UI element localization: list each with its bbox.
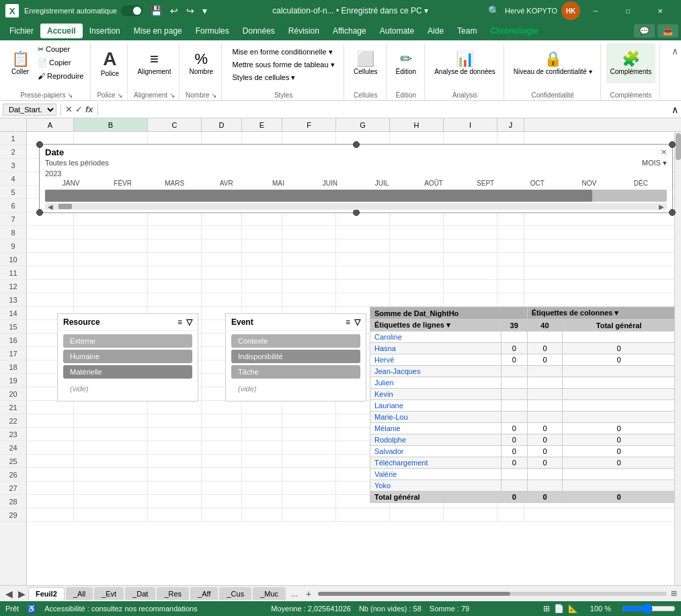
tab-cus[interactable]: _Cus <box>219 587 251 600</box>
grid-cell[interactable] <box>148 482 202 494</box>
resource-filter-funnel-icon[interactable]: ▽ <box>186 317 192 327</box>
grid-cell[interactable] <box>282 132 336 145</box>
grid-cell[interactable] <box>282 293 336 306</box>
menu-chronologie[interactable]: Chronologie <box>483 24 545 38</box>
grid-cell[interactable] <box>242 213 282 225</box>
grid-cell[interactable] <box>74 226 148 239</box>
grid-cell[interactable] <box>27 253 74 266</box>
resource-filter[interactable]: Resource ≡ ▽ Externe Humaine Matérielle … <box>57 313 198 401</box>
quick-access-more[interactable]: ▾ <box>200 4 210 17</box>
grid-cell[interactable] <box>202 428 242 440</box>
grid-cell[interactable] <box>242 293 282 306</box>
pivot-row-label[interactable]: Lauriane <box>370 400 502 412</box>
resource-item-externe[interactable]: Externe <box>63 334 192 348</box>
grid-cell[interactable] <box>27 226 74 239</box>
grid-cell[interactable] <box>202 213 242 225</box>
tl-handle-tr[interactable] <box>669 141 676 148</box>
pivot-row-label[interactable]: Caroline <box>370 332 502 343</box>
grid-cell[interactable] <box>444 213 497 225</box>
styles-cellules-button[interactable]: Styles de cellules ▾ <box>229 71 337 83</box>
grid-cell[interactable] <box>74 414 148 427</box>
grid-cell[interactable] <box>74 482 148 494</box>
grid-cell[interactable] <box>390 226 444 239</box>
grid-cell[interactable] <box>282 280 336 293</box>
grid-cell[interactable] <box>336 266 390 279</box>
event-item-vide[interactable]: (vide) <box>231 382 360 395</box>
grid-cell[interactable] <box>390 293 444 306</box>
pivot-row-label[interactable]: Marie-Lou <box>370 412 502 423</box>
grid-cell[interactable] <box>148 414 202 427</box>
grid-cell[interactable] <box>497 266 524 279</box>
couper-button[interactable]: ✂Couper <box>35 43 86 55</box>
comment-button[interactable]: 💬 <box>634 24 655 38</box>
grid-cell[interactable] <box>202 441 242 454</box>
tl-scroll-left[interactable]: ◀ <box>48 203 53 210</box>
grid-cell[interactable] <box>336 508 390 521</box>
zoom-slider[interactable] <box>622 603 676 614</box>
name-box[interactable]: Dat_Start... <box>3 104 56 116</box>
grid-cell[interactable] <box>27 293 74 306</box>
grid-cell[interactable] <box>282 428 336 440</box>
police-button[interactable]: A Police <box>96 43 123 83</box>
grid-cell[interactable] <box>336 280 390 293</box>
vertical-scrollbar[interactable] <box>674 132 681 585</box>
grid-row[interactable] <box>27 293 681 307</box>
tableau-button[interactable]: Mettre sous forme de tableau ▾ <box>229 59 337 71</box>
resource-item-humaine[interactable]: Humaine <box>63 350 192 363</box>
pivot-row-label[interactable]: Hasna <box>370 343 502 354</box>
reproduire-button[interactable]: 🖌Reproduire <box>35 70 86 82</box>
grid-cell[interactable] <box>148 428 202 440</box>
menu-revision[interactable]: Révision <box>282 24 326 38</box>
grid-cell[interactable] <box>27 401 74 414</box>
tl-scrollbar[interactable]: ◀ ▶ <box>45 203 667 210</box>
grid-cell[interactable] <box>390 253 444 266</box>
grid-cell[interactable] <box>148 401 202 414</box>
pivot-row-label[interactable]: Total général <box>370 492 502 503</box>
grid-cell[interactable] <box>390 239 444 252</box>
tl-scroll-right[interactable]: ▶ <box>659 203 664 210</box>
grid-cell[interactable] <box>390 280 444 293</box>
cellules-button[interactable]: ⬜ Cellules <box>350 43 382 83</box>
ribbon-expand-button[interactable]: ∧ <box>672 46 678 56</box>
undo-button[interactable]: ↩ <box>167 4 181 17</box>
grid-cell[interactable] <box>497 280 524 293</box>
grid-cell[interactable] <box>336 226 390 239</box>
grid-cell[interactable] <box>74 293 148 306</box>
grid-cell[interactable] <box>202 226 242 239</box>
search-icon[interactable]: 🔍 <box>485 4 502 17</box>
grid-cell[interactable] <box>242 441 282 454</box>
grid-cell[interactable] <box>27 508 74 521</box>
grid-cell[interactable] <box>390 508 444 521</box>
tl-mois-selector[interactable]: MOIS ▾ <box>642 159 667 167</box>
grid-cell[interactable] <box>27 266 74 279</box>
page-view-icon[interactable]: 📄 <box>554 604 564 613</box>
pivot-row-label[interactable]: Téléchargement <box>370 457 502 469</box>
tab-res[interactable]: _Res <box>157 587 189 600</box>
grid-cell[interactable] <box>444 239 497 252</box>
grid-cell[interactable] <box>74 428 148 440</box>
tab-evt[interactable]: _Evt <box>94 587 124 600</box>
minimize-button[interactable]: ─ <box>580 0 611 22</box>
grid-cell[interactable] <box>202 468 242 481</box>
grid-cell[interactable] <box>242 455 282 467</box>
menu-donnees[interactable]: Données <box>236 24 282 38</box>
coller-button[interactable]: 📋 Coller <box>7 43 34 83</box>
cells-area[interactable]: Date ✕ Toutes les périodes MOIS ▾ 2023 J… <box>27 132 681 585</box>
grid-cell[interactable] <box>202 455 242 467</box>
grid-cell[interactable] <box>390 213 444 225</box>
grid-cell[interactable] <box>202 266 242 279</box>
tab-scroll-thumb[interactable] <box>318 592 510 596</box>
pivot-row-filter-icon[interactable]: ▾ <box>446 321 450 329</box>
grid-cell[interactable] <box>444 280 497 293</box>
tab-all[interactable]: _All <box>66 587 93 600</box>
grid-cell[interactable] <box>497 132 524 145</box>
grid-cell[interactable] <box>74 468 148 481</box>
grid-cell[interactable] <box>497 226 524 239</box>
grid-cell[interactable] <box>282 482 336 494</box>
grid-cell[interactable] <box>282 508 336 521</box>
resource-item-materielle[interactable]: Matérielle <box>63 365 192 379</box>
maximize-button[interactable]: □ <box>612 0 643 22</box>
tl-handle-bl[interactable] <box>36 209 43 216</box>
grid-row[interactable] <box>27 239 681 253</box>
grid-cell[interactable] <box>148 239 202 252</box>
